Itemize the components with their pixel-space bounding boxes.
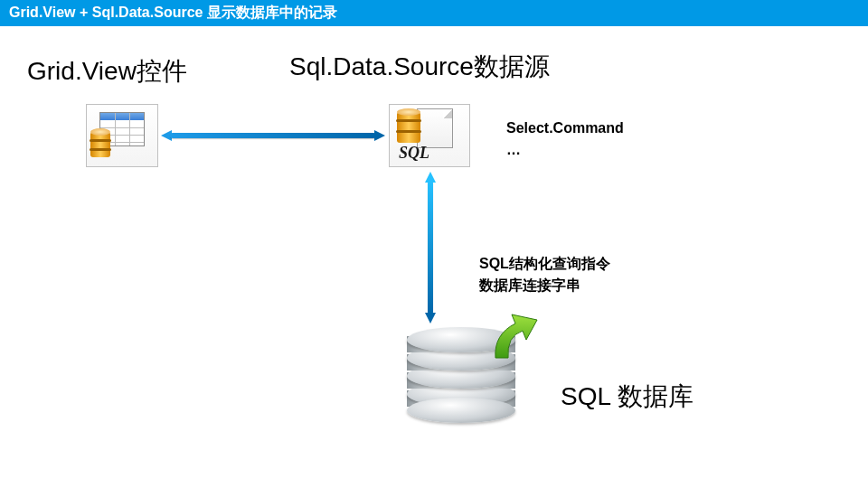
connection-annotation: SQL结构化查询指令 数据库连接字串 bbox=[479, 253, 610, 296]
slide-title: Grid.View + Sql.Data.Source 显示数据库中的记录 bbox=[9, 5, 337, 20]
select-command-line1: Select.Command bbox=[506, 117, 624, 139]
connection-line2: 数据库连接字串 bbox=[479, 275, 610, 296]
select-command-annotation: Select.Command … bbox=[506, 117, 624, 161]
green-arrow-icon bbox=[488, 313, 542, 365]
gridview-icon bbox=[86, 104, 158, 167]
database-label: SQL 数据库 bbox=[561, 380, 693, 414]
arrow-gridview-to-sqlsource bbox=[161, 130, 385, 141]
slide-title-bar: Grid.View + Sql.Data.Source 显示数据库中的记录 bbox=[0, 0, 868, 26]
arrow-sqlsource-to-db bbox=[425, 172, 436, 324]
sql-icon-label: SQL bbox=[399, 144, 429, 163]
gridview-heading: Grid.View控件 bbox=[27, 54, 187, 89]
connection-line1: SQL结构化查询指令 bbox=[479, 253, 610, 275]
sqldatasource-heading: Sql.Data.Source数据源 bbox=[289, 50, 550, 84]
sqldatasource-icon: SQL bbox=[389, 104, 470, 167]
select-command-line2: … bbox=[506, 139, 624, 161]
